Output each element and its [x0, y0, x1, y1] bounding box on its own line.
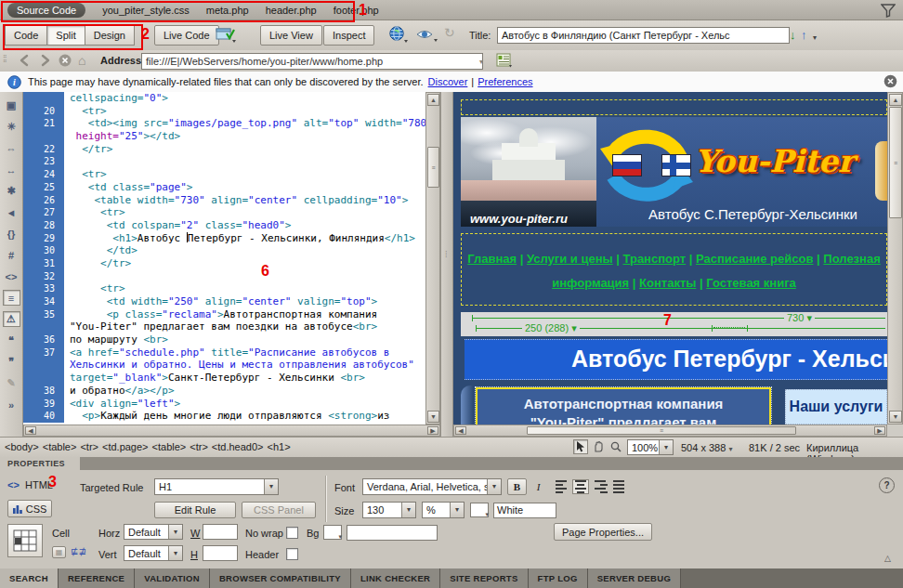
code-view[interactable]: cellspacing="0">20 <tr>21 <td><img src="… — [23, 92, 425, 425]
code-hscrollbar[interactable]: ◀ ▶ — [23, 425, 440, 437]
code-line[interactable]: 34 <td width="250" align="center" valign… — [23, 295, 425, 308]
vert-select[interactable]: Default▾ — [124, 545, 183, 561]
word-wrap-icon[interactable]: ≡ — [3, 290, 20, 306]
header-checkbox[interactable] — [286, 548, 298, 560]
align-center-icon[interactable] — [572, 479, 589, 494]
results-tab-search[interactable]: SEARCH — [0, 568, 59, 588]
promo-cell[interactable]: Автотранспортная компания "You-Piter" пр… — [476, 387, 771, 425]
browser-check-icon[interactable] — [216, 26, 236, 43]
scroll-down-icon[interactable]: ▼ — [889, 411, 902, 423]
code-line[interactable]: 29 <h1>Автобус Петербург - Хельсинки, Фи… — [23, 232, 425, 245]
design-nav-link[interactable]: Транспорт — [623, 252, 687, 266]
code-line[interactable]: 40 <p>Каждый день многие люди отправляют… — [23, 410, 425, 423]
code-line[interactable]: 28 <td colspan="2" class="head0"> — [23, 219, 425, 232]
balance-braces-icon[interactable]: {} — [3, 226, 20, 242]
split-view-divider[interactable]: ⁞ — [440, 92, 453, 437]
table-width-bar[interactable]: 730 ▾ 250 (288) ▾ — [461, 312, 887, 336]
funnel-icon[interactable] — [881, 4, 896, 18]
collapse-selection-icon[interactable]: ↔ — [3, 162, 20, 177]
results-tab-ftp-log[interactable]: FTP LOG — [529, 568, 588, 588]
design-h1[interactable]: Автобус Петербург - Хельсинки — [465, 339, 887, 380]
tag-selector-item[interactable]: <td.head0> — [212, 441, 264, 452]
design-nav-link[interactable]: Контакты — [639, 276, 696, 290]
code-line[interactable]: Хельсинки и обратно. Цены и места отправ… — [23, 359, 425, 372]
refresh-icon[interactable]: ↻ — [444, 25, 455, 40]
design-nav-link[interactable]: Расписание рейсов — [696, 252, 813, 266]
css-panel-button[interactable]: CSS Panel — [242, 502, 316, 518]
code-line[interactable]: 39<div align="left"> — [23, 398, 425, 411]
zoom-level-select[interactable]: 100%▾ — [627, 439, 674, 455]
code-line[interactable]: "You-Piter" предлагает вам поездки на ав… — [23, 320, 425, 333]
inspect-button[interactable]: Inspect — [323, 25, 374, 46]
height-input[interactable] — [203, 545, 238, 561]
split-cell-icon[interactable]: ⋢⋣ — [71, 546, 86, 556]
scroll-up-icon[interactable]: ▲ — [889, 94, 902, 106]
code-line[interactable]: 27 <tr> — [23, 206, 425, 219]
hand-tool-icon[interactable] — [591, 439, 606, 454]
targeted-rule-select[interactable]: H1▾ — [154, 478, 279, 495]
open-documents-icon[interactable]: ▣ — [3, 98, 20, 113]
tab-footer-php[interactable]: footer.php — [334, 5, 379, 16]
tag-selector-item[interactable]: <body> — [5, 441, 39, 452]
select-tool-icon[interactable] — [573, 439, 588, 454]
format-source-code-icon[interactable]: ✎ — [3, 375, 20, 391]
code-line[interactable]: 30 </td> — [23, 244, 425, 257]
close-icon[interactable] — [883, 74, 897, 88]
scroll-down-icon[interactable]: ▼ — [427, 411, 439, 423]
text-color-swatch[interactable] — [470, 503, 489, 517]
tag-selector-item[interactable]: <h1> — [268, 441, 291, 452]
file-get-icon[interactable]: ↓ — [790, 28, 796, 42]
visual-aids-eye-icon[interactable] — [416, 27, 438, 43]
align-justify-icon[interactable] — [611, 479, 628, 494]
code-line[interactable]: 33 <tr> — [23, 282, 425, 295]
help-icon[interactable]: ? — [879, 477, 895, 493]
code-line[interactable]: 35 <p class="reclama">Автотранспортная к… — [23, 308, 425, 321]
code-view-button[interactable]: Code — [5, 25, 47, 46]
design-vscrollbar[interactable]: ▲ ≡ ▼ — [887, 92, 903, 425]
highlight-invalid-code-icon[interactable]: <> — [3, 268, 20, 284]
stop-icon[interactable] — [58, 53, 72, 68]
code-line[interactable]: 32 — [23, 270, 425, 283]
tag-selector-item[interactable]: <tr> — [80, 441, 98, 452]
design-vscroll-thumb[interactable]: ≡ — [889, 107, 902, 218]
remove-comment-icon[interactable]: ❞ — [3, 354, 20, 370]
tab-source-code[interactable]: Source Code — [7, 3, 85, 18]
italic-button[interactable]: I — [530, 478, 547, 495]
line-numbers-icon[interactable]: # — [3, 247, 20, 263]
results-tab-browser-compatibility[interactable]: BROWSER COMPATIBILITY — [210, 568, 351, 588]
css-mode-button[interactable]: CSS — [7, 500, 52, 517]
scroll-up-icon[interactable]: ▲ — [427, 94, 439, 106]
size-unit-select[interactable]: %▾ — [422, 502, 465, 518]
view-list-icon[interactable] — [496, 53, 513, 68]
code-vscrollbar[interactable]: ▲ ≡ ▼ — [425, 92, 440, 425]
design-view[interactable]: You-Piter Автобус С.Петербург-Хельсинки … — [453, 92, 887, 425]
file-menu-arrow-icon[interactable]: ▾ — [813, 33, 817, 42]
results-tab-reference[interactable]: REFERENCE — [59, 568, 135, 588]
code-line[interactable]: 38и обратно</a></p> — [23, 385, 425, 398]
code-line[interactable]: 21 <td><img src="images/page_top.png" al… — [23, 117, 425, 130]
column-width-label-250[interactable]: 250 (288) ▾ — [522, 323, 580, 333]
preview-globe-icon[interactable] — [388, 26, 409, 44]
back-icon[interactable] — [17, 53, 33, 68]
width-input[interactable] — [203, 524, 238, 540]
scroll-left-icon[interactable]: ◀ — [455, 426, 466, 435]
collapse-full-tag-icon[interactable]: ⇔ — [3, 140, 20, 156]
edit-rule-button[interactable]: Edit Rule — [154, 502, 236, 518]
page-properties-button[interactable]: Page Properties... — [554, 523, 652, 541]
show-code-navigator-icon[interactable]: ✳ — [3, 119, 20, 135]
home-icon[interactable]: ⌂ — [78, 53, 85, 68]
align-left-icon[interactable] — [554, 479, 570, 494]
table-width-label-730[interactable]: 730 ▾ — [784, 313, 815, 323]
code-line[interactable]: 26 <table width="730" align="center" cel… — [23, 194, 425, 207]
title-input[interactable]: Автобус в Финляндию (Санкт Петербург - Х… — [497, 27, 790, 44]
size-select[interactable]: 130▾ — [362, 502, 416, 518]
file-put-icon[interactable]: ↑ — [801, 28, 807, 42]
tab-header-php[interactable]: header.php — [266, 5, 317, 16]
text-color-input[interactable]: White — [493, 503, 556, 518]
services-cell[interactable]: Наши услуги — [785, 389, 887, 425]
tag-selector-item[interactable]: <td.page> — [102, 441, 149, 452]
design-top-row[interactable] — [461, 99, 887, 115]
zoom-tool-icon[interactable] — [609, 439, 623, 454]
results-tab-server-debug[interactable]: SERVER DEBUG — [588, 568, 681, 588]
recent-snippets-icon[interactable]: » — [3, 397, 20, 412]
